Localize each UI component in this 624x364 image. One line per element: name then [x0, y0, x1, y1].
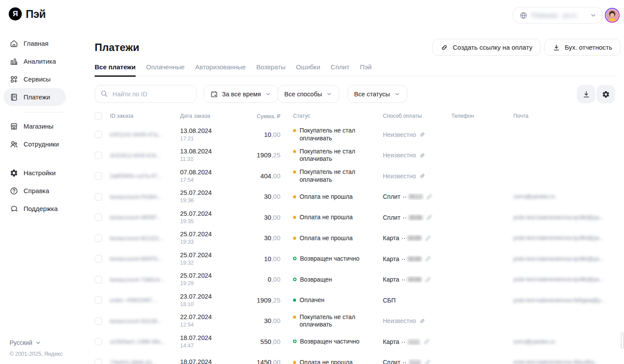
order-date-cell: 07.08.2024 17:54 — [180, 169, 244, 184]
payment-method-label: Неизвестно — [383, 131, 416, 138]
table-row[interactable]: testaccount-9321B... 22.07.2024 12:54 30… — [95, 311, 615, 332]
email: yndx-test-katenesterova-hb5gwa@y... — [513, 297, 615, 303]
edit-icon[interactable] — [425, 276, 431, 283]
order-time: 14:47 — [180, 342, 244, 349]
payment-method-label: Неизвестно — [383, 317, 416, 324]
row-checkbox[interactable] — [95, 338, 102, 345]
row-checkbox[interactable] — [95, 276, 102, 283]
sidebar-item-analytics[interactable]: Аналитика — [3, 52, 66, 70]
row-checkbox[interactable] — [95, 131, 102, 138]
copyright-text: © 2001-2025, Яндекс — [10, 351, 92, 357]
sidebar-item-payments[interactable]: Платежи — [3, 88, 66, 106]
row-checkbox[interactable] — [95, 235, 102, 242]
table-row[interactable]: a10b5ae1-1388-46c... 18.07.2024 14:47 55… — [95, 331, 615, 352]
payment-method-label: Сплит — [383, 214, 400, 221]
edit-icon[interactable] — [425, 255, 431, 262]
order-time: 19:32 — [180, 259, 244, 266]
sidebar-item-settings[interactable]: Настройки — [3, 164, 66, 182]
table-body: e301141-6449-47a... 13.08.2024 17:21 10,… — [95, 124, 615, 364]
payment-method-cell: СБП — [383, 297, 451, 304]
table-row[interactable]: 2a60940c-ca7a-47... 07.08.2024 17:54 404… — [95, 166, 615, 187]
statuses-filter[interactable]: Все статусы — [348, 85, 407, 103]
sidebar-item-support[interactable]: Поддержка — [3, 200, 66, 218]
sidebar-divider — [24, 112, 65, 112]
language-selector[interactable]: Русский — [10, 339, 92, 346]
create-payment-link-button[interactable]: Создать ссылку на оплату — [432, 39, 541, 56]
status-text: Покупатель не стал оплачивать — [300, 127, 365, 142]
period-filter[interactable]: За все время — [204, 85, 278, 103]
tab-errors[interactable]: Ошибки — [296, 63, 321, 77]
tab-authorized[interactable]: Авторизованные — [195, 63, 246, 77]
amount-cell: 1909,25 — [244, 151, 280, 159]
sidebar: Главная Аналитика Сервисы Платежи Магази… — [0, 34, 95, 218]
edit-icon[interactable] — [426, 194, 433, 200]
tab-refunds[interactable]: Возвраты — [256, 63, 286, 77]
tab-split[interactable]: Сплит — [331, 63, 349, 77]
amount-rubles: 30 — [264, 234, 271, 242]
link-icon[interactable] — [419, 152, 426, 159]
amount-kopecks: ,00 — [271, 234, 280, 242]
link-icon[interactable] — [419, 173, 426, 179]
table-row[interactable]: order--05602997... 23.07.2024 18:10 1909… — [95, 290, 615, 311]
order-id: testaccount-9321B... — [110, 318, 180, 324]
logo-home-link[interactable]: Я Пэй — [9, 7, 46, 20]
order-date: 22.07.2024 — [180, 313, 244, 321]
row-checkbox[interactable] — [95, 172, 102, 180]
amount-cell: 30,00 — [244, 317, 280, 325]
row-checkbox[interactable] — [95, 214, 102, 221]
table-row[interactable]: 3c52612-b53f-419... 13.08.2024 11:31 190… — [95, 145, 615, 166]
row-checkbox[interactable] — [95, 152, 102, 159]
table-row[interactable]: 73b403-38b8-43... 18.07.2024 1450,00 Опл… — [95, 352, 615, 364]
row-checkbox[interactable] — [95, 193, 102, 201]
chat-icon — [10, 204, 18, 213]
tab-paid[interactable]: Оплаченные — [146, 63, 184, 77]
table-row[interactable]: testaccount-F636A... 25.07.2024 19:36 30… — [95, 187, 615, 208]
sidebar-item-home[interactable]: Главная — [3, 34, 66, 52]
amount-rubles: 0 — [268, 276, 271, 283]
accounting-reports-button[interactable]: Бух. отчетность — [544, 39, 621, 56]
status-text: Покупатель не стал оплачивать — [300, 148, 365, 163]
card-digits: 0039 — [408, 255, 421, 262]
payment-method-cell: Сплит ·· 0013 — [383, 193, 451, 200]
vertical-scrollbar-thumb[interactable] — [621, 332, 624, 349]
card-digits: 0039 — [408, 235, 421, 242]
search-input[interactable] — [95, 85, 197, 103]
table-row[interactable]: testaccount-4805F... 25.07.2024 19:35 30… — [95, 207, 615, 228]
status-dot — [293, 170, 296, 173]
edit-icon[interactable] — [425, 235, 431, 242]
export-table-button[interactable] — [577, 85, 595, 103]
payments-icon — [10, 93, 18, 102]
tab-pay[interactable]: Пэй — [360, 63, 372, 77]
row-checkbox[interactable] — [95, 359, 102, 364]
table-settings-button[interactable] — [597, 85, 615, 103]
sidebar-item-help[interactable]: Справка — [3, 182, 66, 200]
table-row[interactable]: testaccount-8O1D2... 25.07.2024 19:33 30… — [95, 228, 615, 249]
status-dot — [293, 278, 297, 281]
statuses-filter-label: Все статусы — [354, 91, 390, 98]
edit-icon[interactable] — [423, 338, 430, 345]
card-digits: 0039 — [409, 214, 422, 221]
status-cell: Оплата не прошла — [293, 193, 383, 201]
payment-method-cell: Карта ·· 0039 — [383, 235, 451, 242]
order-id: testaccount-736914... — [110, 276, 180, 283]
row-checkbox[interactable] — [95, 296, 102, 304]
link-icon[interactable] — [419, 318, 426, 324]
edit-icon[interactable] — [424, 359, 431, 364]
status-text: Возвращен частично — [300, 255, 359, 263]
sidebar-item-services[interactable]: Сервисы — [3, 70, 66, 88]
sidebar-item-shops[interactable]: Магазины — [3, 117, 66, 135]
sidebar-item-employees[interactable]: Сотрудники — [3, 135, 66, 153]
select-all-checkbox[interactable] — [95, 112, 102, 120]
row-checkbox[interactable] — [95, 255, 102, 262]
table-row[interactable]: testaccount-736914... 25.07.2024 19:29 0… — [95, 269, 615, 290]
row-checkbox[interactable] — [95, 317, 102, 325]
amount-kopecks: ,00 — [271, 193, 280, 200]
payment-methods-filter[interactable]: Все способы — [278, 85, 339, 103]
status-dot — [293, 150, 296, 153]
table-row[interactable]: testaccount-680FD... 25.07.2024 19:32 10… — [95, 248, 615, 269]
link-icon[interactable] — [419, 131, 426, 138]
amount-cell: 0,00 — [244, 276, 280, 283]
edit-icon[interactable] — [426, 214, 433, 221]
table-row[interactable]: e301141-6449-47a... 13.08.2024 17:21 10,… — [95, 124, 615, 145]
tab-all-payments[interactable]: Все платежи — [95, 63, 136, 77]
